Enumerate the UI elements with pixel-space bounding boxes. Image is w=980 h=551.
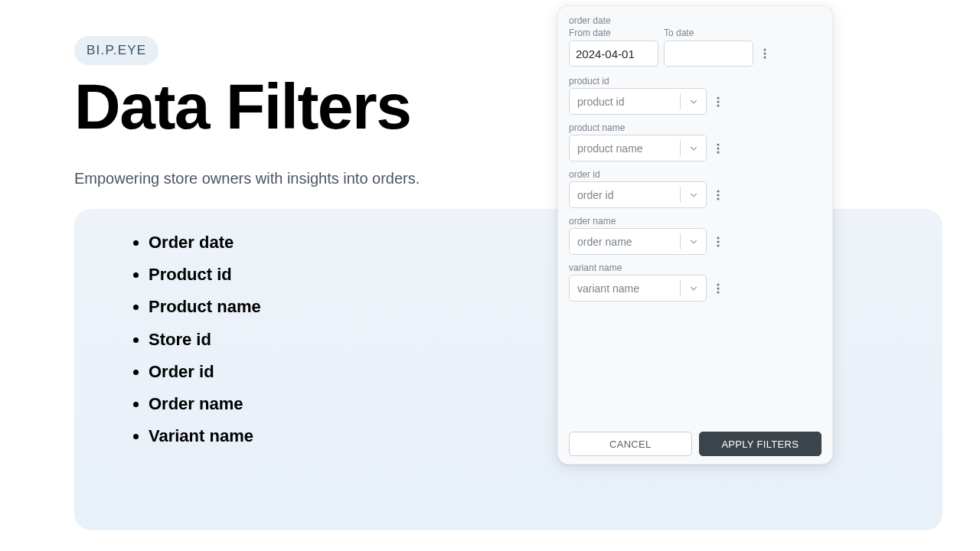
filter-options-button[interactable] [712, 135, 724, 161]
svg-point-17 [717, 291, 719, 293]
filter-select-row: order id [569, 181, 822, 208]
svg-point-9 [717, 190, 719, 192]
select-divider [680, 233, 681, 249]
filter-options-button[interactable] [712, 229, 724, 255]
svg-point-5 [717, 104, 719, 106]
list-item: Order name [149, 395, 261, 413]
cancel-button[interactable]: CANCEL [569, 432, 692, 456]
select-placeholder: product id [577, 96, 624, 108]
svg-point-7 [717, 147, 719, 149]
list-item: Variant name [149, 427, 261, 445]
brand-pill: BI.P.EYE [74, 36, 158, 65]
order-date-section-label: order date [569, 15, 822, 26]
date-options-button[interactable] [759, 41, 771, 67]
svg-point-14 [717, 244, 719, 246]
filter-label: variant name [569, 262, 822, 273]
select-placeholder: product name [577, 142, 643, 155]
svg-point-15 [717, 283, 719, 285]
select-divider [680, 140, 681, 156]
filter-group: order idorder id [569, 169, 822, 208]
apply-filters-button[interactable]: APPLY FILTERS [699, 432, 822, 456]
list-item: Order date [149, 233, 261, 252]
select-divider [680, 280, 681, 296]
filter-group: order nameorder name [569, 216, 822, 255]
svg-point-2 [763, 56, 766, 58]
order-id-select[interactable]: order id [569, 181, 707, 208]
svg-point-8 [717, 151, 719, 153]
page-title: Data Filters [74, 73, 411, 140]
order-name-select[interactable]: order name [569, 228, 707, 255]
filter-panel: order date From date To date product idp… [557, 5, 833, 465]
svg-point-4 [717, 100, 719, 103]
svg-point-3 [717, 96, 719, 99]
filter-label: order name [569, 216, 822, 227]
svg-point-0 [763, 48, 766, 51]
filter-label: product id [569, 76, 822, 86]
kebab-icon [763, 48, 766, 59]
filter-panel-body: order date From date To date product idp… [569, 15, 822, 425]
select-divider [680, 93, 681, 109]
to-date-column: To date [664, 28, 753, 67]
svg-point-1 [763, 52, 766, 54]
filter-select-row: variant name [569, 275, 822, 302]
svg-point-16 [717, 287, 719, 289]
chevron-down-icon [688, 282, 700, 295]
date-range-row: From date To date [569, 28, 822, 67]
svg-point-12 [717, 236, 719, 239]
kebab-icon [717, 190, 720, 201]
filter-names-list: Order date Product id Product name Store… [133, 233, 261, 459]
svg-point-11 [717, 197, 719, 200]
svg-point-6 [717, 143, 719, 145]
filter-label: product name [569, 122, 822, 133]
filter-group: product nameproduct name [569, 122, 822, 161]
kebab-icon [717, 143, 720, 154]
select-placeholder: variant name [577, 282, 639, 295]
chevron-down-icon [688, 142, 700, 155]
from-date-column: From date [569, 28, 658, 67]
select-placeholder: order id [577, 189, 613, 201]
chevron-down-icon [688, 96, 700, 108]
filter-panel-footer: CANCEL APPLY FILTERS [569, 425, 822, 456]
from-date-input[interactable] [569, 41, 658, 67]
kebab-icon [717, 283, 720, 294]
filter-label: order id [569, 169, 822, 180]
filter-select-row: order name [569, 228, 822, 255]
filter-select-row: product id [569, 88, 822, 115]
list-item: Product id [149, 266, 261, 284]
filter-options-button[interactable] [712, 89, 724, 115]
svg-point-13 [717, 240, 719, 243]
filter-options-button[interactable] [712, 182, 724, 208]
kebab-icon [717, 96, 720, 107]
to-date-input[interactable] [664, 41, 753, 67]
from-date-label: From date [569, 28, 658, 38]
list-item: Product name [149, 298, 261, 316]
chevron-down-icon [688, 236, 700, 248]
list-item: Store id [149, 331, 261, 349]
product-id-select[interactable]: product id [569, 88, 707, 115]
list-item: Order id [149, 363, 261, 381]
select-divider [680, 187, 681, 203]
filter-select-row: product name [569, 135, 822, 161]
variant-name-select[interactable]: variant name [569, 275, 707, 302]
page-subtitle: Empowering store owners with insights in… [74, 170, 420, 187]
kebab-icon [717, 236, 720, 247]
svg-point-10 [717, 194, 719, 196]
product-name-select[interactable]: product name [569, 135, 707, 161]
chevron-down-icon [688, 189, 700, 201]
filter-group: product idproduct id [569, 76, 822, 115]
filter-group: variant namevariant name [569, 262, 822, 302]
select-placeholder: order name [577, 236, 632, 248]
filter-options-button[interactable] [712, 276, 724, 302]
to-date-label: To date [664, 28, 753, 38]
